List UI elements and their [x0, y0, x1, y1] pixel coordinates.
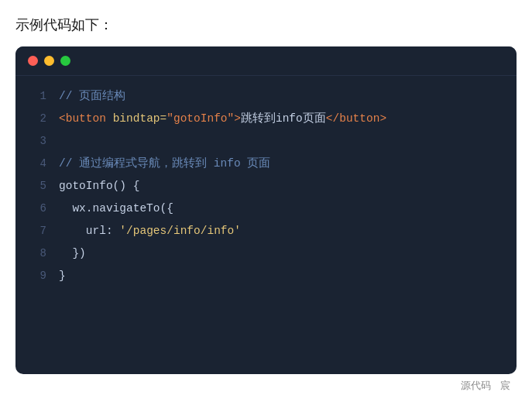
code-line: 6 wx.navigateTo({: [15, 198, 517, 220]
page-title: 示例代码如下：: [15, 15, 517, 34]
code-line: 9 }: [15, 265, 517, 287]
line-content: wx.navigateTo({: [59, 198, 173, 220]
footer: 源代码 宸: [15, 374, 517, 394]
code-window: 1 // 页面结构 2 <button bindtap="gotoInfo">跳…: [15, 46, 517, 374]
code-line: 8 }): [15, 242, 517, 265]
line-number: 5: [28, 175, 46, 197]
line-number: 4: [28, 153, 46, 174]
title-bar: [15, 46, 517, 76]
line-number: 9: [28, 265, 46, 287]
code-line: 2 <button bindtap="gotoInfo">跳转到info页面</…: [15, 108, 517, 130]
code-line: 1 // 页面结构: [15, 85, 517, 108]
dot-green: [60, 56, 70, 66]
line-content: [59, 130, 66, 153]
code-line: 5 gotoInfo() {: [15, 175, 517, 198]
code-line: 3: [15, 130, 517, 153]
line-number: 3: [28, 130, 46, 152]
line-content: gotoInfo() {: [59, 175, 139, 198]
line-number: 7: [28, 220, 46, 242]
line-number: 2: [28, 108, 46, 129]
line-number: 1: [28, 85, 46, 107]
line-content: }): [59, 242, 86, 265]
line-content: // 页面结构: [59, 85, 125, 108]
line-content: url: '/pages/info/info': [59, 220, 241, 242]
code-body: 1 // 页面结构 2 <button bindtap="gotoInfo">跳…: [15, 76, 517, 374]
line-content: }: [59, 265, 66, 287]
dot-red: [28, 56, 38, 66]
line-content: // 通过编程式导航，跳转到 info 页面: [59, 153, 270, 175]
line-number: 6: [28, 198, 46, 219]
dot-yellow: [44, 56, 54, 66]
line-number: 8: [28, 242, 46, 264]
code-line: 7 url: '/pages/info/info': [15, 220, 517, 242]
line-content: <button bindtap="gotoInfo">跳转到info页面</bu…: [59, 108, 386, 130]
code-line: 4 // 通过编程式导航，跳转到 info 页面: [15, 153, 517, 175]
footer-author: 宸: [500, 379, 510, 393]
footer-source-label: 源代码: [461, 379, 491, 393]
